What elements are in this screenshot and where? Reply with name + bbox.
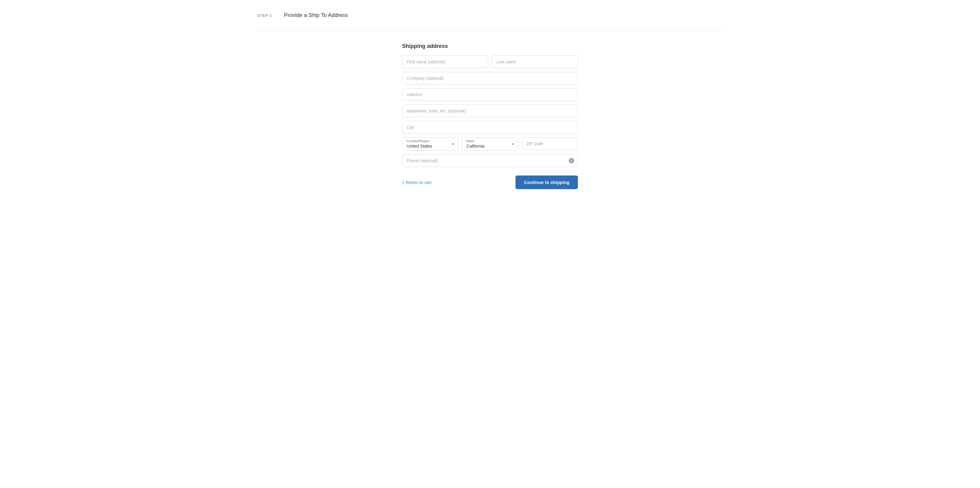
zip-input[interactable]: [522, 137, 578, 150]
section-title: Shipping address: [402, 43, 578, 49]
address-row: [402, 88, 578, 101]
phone-input[interactable]: [402, 154, 578, 167]
form-actions: < Return to cart Continue to shipping: [402, 175, 578, 189]
apartment-row: [402, 105, 578, 117]
phone-row: ?: [402, 154, 578, 167]
company-row: [402, 72, 578, 84]
phone-help-icon[interactable]: ?: [569, 158, 574, 164]
zip-field: [522, 137, 578, 151]
city-input[interactable]: [402, 121, 578, 134]
page-container: STEP 3 Provide a Ship To Address Shippin…: [245, 0, 735, 195]
form-container: Shipping address: [402, 43, 578, 189]
first-name-field: [402, 56, 488, 68]
country-select[interactable]: United States: [402, 137, 458, 151]
name-row: [402, 56, 578, 68]
country-field: Country/Region United States ▼: [402, 137, 458, 151]
step-title: Provide a Ship To Address: [284, 12, 348, 19]
phone-field: ?: [402, 154, 578, 167]
last-name-field: [492, 56, 578, 68]
last-name-input[interactable]: [492, 56, 578, 68]
address-field: [402, 88, 578, 101]
return-to-cart-link[interactable]: < Return to cart: [402, 180, 431, 185]
continue-to-shipping-button[interactable]: Continue to shipping: [515, 175, 578, 189]
step-label: STEP 3: [257, 13, 272, 18]
company-field: [402, 72, 578, 84]
city-field: [402, 121, 578, 134]
state-field: State California ▼: [462, 137, 518, 151]
company-input[interactable]: [402, 72, 578, 84]
location-row: Country/Region United States ▼ State Cal…: [402, 137, 578, 151]
state-select[interactable]: California: [462, 137, 518, 151]
first-name-input[interactable]: [402, 56, 488, 68]
apartment-field: [402, 105, 578, 117]
address-input[interactable]: [402, 88, 578, 101]
apartment-input[interactable]: [402, 105, 578, 117]
city-row: [402, 121, 578, 134]
step-header: STEP 3 Provide a Ship To Address: [257, 6, 723, 31]
